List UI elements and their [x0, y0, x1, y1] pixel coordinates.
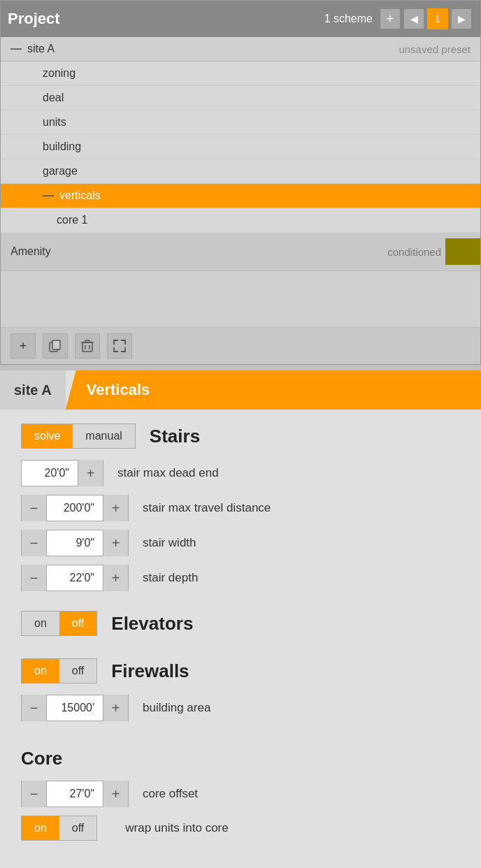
tree-item-building[interactable]: building: [1, 135, 480, 159]
stair-dead-end-label: stair max dead end: [117, 466, 219, 480]
site-label: — site A: [10, 43, 55, 55]
core-offset-minus[interactable]: −: [22, 781, 47, 807]
next-scheme-button[interactable]: ▶: [451, 8, 472, 29]
building-area-label: building area: [143, 701, 210, 715]
stairs-header-row: solve manual Stairs: [21, 424, 460, 449]
stair-dead-end-row: 20'0" + stair max dead end: [21, 460, 460, 486]
stair-width-value: 9'0": [47, 537, 103, 549]
stair-depth-value: 22'0": [47, 572, 103, 584]
stair-travel-label: stair max travel distance: [143, 501, 271, 515]
svg-rect-2: [82, 342, 92, 352]
bottom-section-label: Verticals: [66, 370, 481, 410]
stair-travel-row: − 200'0" + stair max travel distance: [21, 495, 460, 521]
site-name: site A: [27, 43, 55, 55]
toolbar: +: [1, 327, 480, 364]
collapse-dash[interactable]: —: [10, 43, 22, 55]
tree-item-core1[interactable]: core 1: [1, 208, 480, 233]
stair-travel-plus[interactable]: +: [103, 495, 128, 521]
firewalls-heading: Firewalls: [111, 660, 189, 682]
firewalls-on-button[interactable]: on: [22, 659, 59, 683]
stair-depth-row: − 22'0" + stair depth: [21, 565, 460, 591]
stair-depth-control: − 22'0" +: [21, 565, 129, 591]
expand-button[interactable]: [107, 333, 132, 359]
wrap-units-label: wrap units into core: [125, 821, 228, 835]
tree-item-garage[interactable]: garage: [1, 159, 480, 184]
add-item-button[interactable]: +: [10, 333, 36, 359]
amenity-row[interactable]: Amenity conditioned: [1, 233, 480, 271]
core-offset-row: − 27'0" + core offset: [21, 781, 460, 807]
stair-dead-end-plus[interactable]: +: [78, 460, 103, 486]
core-offset-control: − 27'0" +: [21, 781, 129, 807]
elevators-heading: Elevators: [111, 613, 193, 635]
solve-button[interactable]: solve: [22, 424, 73, 448]
scheme-number-button[interactable]: 1: [427, 8, 448, 29]
stair-width-control: − 9'0" +: [21, 530, 129, 556]
top-panel: Project 1 scheme + ◀ 1 ▶ — site A unsave…: [0, 0, 481, 365]
stair-travel-value: 200'0": [47, 502, 103, 514]
stair-width-row: − 9'0" + stair width: [21, 530, 460, 556]
stair-travel-control: − 200'0" +: [21, 495, 129, 521]
tree-item-units[interactable]: units: [1, 110, 480, 135]
wrap-units-row: on off wrap units into core: [21, 816, 460, 841]
expand-icon: [113, 340, 126, 352]
building-area-plus[interactable]: +: [103, 695, 128, 721]
stair-depth-minus[interactable]: −: [22, 565, 47, 591]
amenity-label: Amenity: [10, 245, 51, 258]
firewalls-header-row: on off Firewalls: [21, 658, 460, 683]
stair-travel-minus[interactable]: −: [22, 495, 47, 521]
solve-manual-toggle: solve manual: [21, 424, 136, 449]
stair-width-label: stair width: [143, 536, 196, 550]
building-area-value: 15000': [47, 702, 103, 714]
scheme-label: 1 scheme: [324, 13, 373, 25]
core-heading: Core: [21, 748, 460, 769]
stairs-heading: Stairs: [150, 426, 200, 447]
bottom-panel: site A Verticals solve manual Stairs 20'…: [0, 370, 481, 868]
elevators-toggle: on off: [21, 611, 97, 636]
wrap-units-on-button[interactable]: on: [22, 816, 59, 840]
delete-item-button[interactable]: [75, 333, 100, 359]
stair-width-minus[interactable]: −: [22, 530, 47, 556]
firewalls-off-button[interactable]: off: [59, 659, 97, 683]
core-offset-plus[interactable]: +: [103, 781, 128, 807]
amenity-color-swatch[interactable]: [445, 238, 480, 265]
bottom-site-label: site A: [0, 370, 66, 410]
wrap-units-off-button[interactable]: off: [59, 816, 97, 840]
tree-spacer: [1, 271, 480, 327]
header-bar: Project 1 scheme + ◀ 1 ▶: [1, 1, 480, 37]
building-area-control: − 15000' +: [21, 695, 129, 721]
content-area: solve manual Stairs 20'0" + stair max de…: [0, 410, 481, 865]
copy-item-button[interactable]: [43, 333, 68, 359]
manual-button[interactable]: manual: [73, 424, 134, 448]
elevators-header-row: on off Elevators: [21, 611, 460, 636]
stair-width-plus[interactable]: +: [103, 530, 128, 556]
svg-rect-1: [52, 340, 60, 349]
building-area-row: − 15000' + building area: [21, 695, 460, 721]
bottom-header: site A Verticals: [0, 370, 481, 410]
wrap-units-toggle: on off: [21, 816, 97, 841]
project-title: Project: [8, 10, 324, 28]
stair-dead-end-control: 20'0" +: [21, 460, 103, 486]
amenity-right: conditioned: [387, 238, 480, 265]
tree-item-deal[interactable]: deal: [1, 86, 480, 110]
verticals-collapse: —: [43, 189, 54, 202]
amenity-conditioned: conditioned: [387, 246, 441, 258]
preset-status: unsaved preset: [399, 43, 471, 55]
core-offset-label: core offset: [143, 787, 198, 801]
stair-dead-end-value: 20'0": [22, 467, 78, 479]
site-row: — site A unsaved preset: [1, 37, 480, 62]
add-scheme-button[interactable]: +: [380, 8, 401, 29]
firewalls-toggle: on off: [21, 658, 97, 683]
core-offset-value: 27'0": [47, 788, 103, 800]
trash-icon: [81, 339, 94, 353]
elevators-off-button[interactable]: off: [59, 612, 97, 635]
copy-icon: [49, 340, 62, 352]
stair-depth-label: stair depth: [143, 571, 198, 585]
tree-item-verticals[interactable]: — verticals: [1, 184, 480, 208]
prev-scheme-button[interactable]: ◀: [403, 8, 424, 29]
tree-item-zoning[interactable]: zoning: [1, 62, 480, 86]
stair-depth-plus[interactable]: +: [103, 565, 128, 591]
elevators-on-button[interactable]: on: [22, 612, 59, 635]
building-area-minus[interactable]: −: [22, 695, 47, 721]
